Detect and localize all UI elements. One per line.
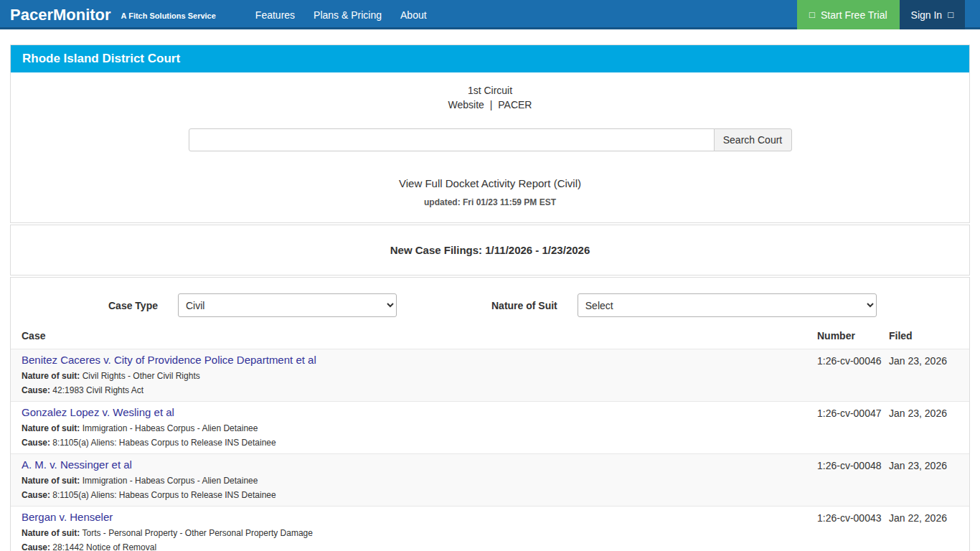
cause-meta-label: Cause:	[22, 438, 50, 448]
table-header: Case Number Filed	[11, 330, 969, 349]
case-title-link[interactable]: Gonzalez Lopez v. Wesling et al	[22, 406, 817, 419]
case-type-label: Case Type	[108, 300, 158, 311]
court-search-input[interactable]	[189, 128, 715, 151]
cause-meta-value: 28:1442 Notice of Removal	[52, 542, 156, 551]
nature-meta-label: Nature of suit:	[22, 476, 80, 486]
nav-link-plans-pricing[interactable]: Plans & Pricing	[314, 9, 382, 21]
nature-meta-value: Immigration - Habeas Corpus - Alien Deta…	[83, 423, 258, 433]
court-pacer-link[interactable]: PACER	[498, 99, 532, 110]
case-title-link[interactable]: Bergan v. Henseler	[22, 511, 817, 524]
nav-link-features[interactable]: Features	[255, 9, 295, 21]
case-title-link[interactable]: Benitez Caceres v. City of Providence Po…	[22, 354, 817, 367]
cause-meta-label: Cause:	[22, 385, 50, 395]
cause-meta-label: Cause:	[22, 490, 50, 500]
start-free-trial-button[interactable]: □ Start Free Trial	[797, 0, 899, 29]
updated-timestamp: updated: Fri 01/23 11:59 PM EST	[11, 197, 969, 207]
brand-tagline: A Fitch Solutions Service	[121, 11, 216, 20]
filings-range-heading: New Case Filings: 1/11/2026 - 1/23/2026	[11, 225, 969, 275]
column-header-case: Case	[22, 330, 817, 342]
nature-of-suit-line: Nature of suit: Immigration - Habeas Cor…	[22, 476, 817, 486]
table-row: A. M. v. Nessinger et al Nature of suit:…	[11, 453, 969, 506]
case-number: 1:26-cv-00043	[817, 511, 889, 551]
filed-date: Jan 23, 2026	[889, 458, 958, 500]
column-header-number: Number	[817, 330, 889, 342]
nature-of-suit-line: Nature of suit: Civil Rights - Other Civ…	[22, 371, 817, 381]
case-cell: Gonzalez Lopez v. Wesling et al Nature o…	[22, 406, 817, 448]
case-cell: Benitez Caceres v. City of Providence Po…	[22, 354, 817, 395]
nature-of-suit-select[interactable]: Select	[578, 293, 877, 317]
nav-links: Features Plans & Pricing About	[255, 0, 427, 29]
cause-meta-value: 8:1105(a) Aliens: Habeas Corpus to Relea…	[52, 438, 275, 448]
table-body: Benitez Caceres v. City of Providence Po…	[11, 349, 969, 551]
cases-panel: Case Type Civil Nature of Suit Select Ca…	[10, 277, 970, 551]
cause-line: Cause: 28:1442 Notice of Removal	[22, 542, 817, 551]
circuit-label: 1st Circuit	[11, 85, 969, 96]
brand-logo[interactable]: PacerMonitor	[10, 6, 111, 24]
court-links: Website | PACER	[11, 99, 969, 110]
case-table: Case Number Filed Benitez Caceres v. Cit…	[11, 330, 969, 551]
cause-line: Cause: 8:1105(a) Aliens: Habeas Corpus t…	[22, 438, 817, 448]
court-search-form: Search Court	[11, 128, 969, 151]
court-panel: Rhode Island District Court 1st Circuit …	[10, 44, 970, 223]
trial-label: Start Free Trial	[821, 9, 887, 21]
case-number: 1:26-cv-00048	[817, 458, 889, 500]
case-number: 1:26-cv-00046	[817, 354, 889, 395]
cause-line: Cause: 8:1105(a) Aliens: Habeas Corpus t…	[22, 490, 817, 500]
table-row: Bergan v. Henseler Nature of suit: Torts…	[11, 506, 969, 551]
nature-meta-value: Immigration - Habeas Corpus - Alien Deta…	[83, 476, 258, 486]
nature-meta-label: Nature of suit:	[22, 423, 80, 433]
filed-date: Jan 23, 2026	[889, 406, 958, 448]
cause-meta-label: Cause:	[22, 542, 50, 551]
case-number: 1:26-cv-00047	[817, 406, 889, 448]
filings-range-panel: New Case Filings: 1/11/2026 - 1/23/2026	[10, 225, 970, 276]
court-website-link[interactable]: Website	[448, 99, 484, 110]
nav-link-about[interactable]: About	[400, 9, 427, 21]
nature-meta-label: Nature of suit:	[22, 371, 80, 381]
table-row: Benitez Caceres v. City of Providence Po…	[11, 349, 969, 401]
signin-label: Sign In	[911, 9, 943, 21]
docket-activity-report-link[interactable]: View Full Docket Activity Report (Civil)	[11, 177, 969, 189]
link-separator: |	[490, 99, 493, 110]
trial-glyph-icon: □	[809, 9, 815, 20]
nature-meta-value: Civil Rights - Other Civil Rights	[83, 371, 200, 381]
nature-of-suit-line: Nature of suit: Torts - Personal Propert…	[22, 528, 817, 538]
cause-meta-value: 8:1105(a) Aliens: Habeas Corpus to Relea…	[52, 490, 275, 500]
nature-meta-label: Nature of suit:	[22, 528, 80, 538]
sign-in-button[interactable]: Sign In □	[900, 0, 965, 29]
filed-date: Jan 23, 2026	[889, 354, 958, 395]
top-navbar: PacerMonitor A Fitch Solutions Service F…	[0, 0, 980, 29]
column-header-filed: Filed	[889, 330, 958, 342]
cause-line: Cause: 42:1983 Civil Rights Act	[22, 385, 817, 395]
table-row: Gonzalez Lopez v. Wesling et al Nature o…	[11, 401, 969, 453]
court-title: Rhode Island District Court	[11, 45, 969, 72]
cause-meta-value: 42:1983 Civil Rights Act	[52, 385, 143, 395]
search-court-button[interactable]: Search Court	[714, 128, 792, 151]
case-title-link[interactable]: A. M. v. Nessinger et al	[22, 458, 817, 471]
case-cell: Bergan v. Henseler Nature of suit: Torts…	[22, 511, 817, 551]
case-type-select[interactable]: Civil	[178, 293, 397, 317]
signin-caret-icon: □	[948, 9, 953, 20]
filter-row: Case Type Civil Nature of Suit Select	[11, 278, 969, 317]
nature-meta-value: Torts - Personal Property - Other Person…	[82, 528, 312, 538]
case-cell: A. M. v. Nessinger et al Nature of suit:…	[22, 458, 817, 500]
nature-of-suit-label: Nature of Suit	[491, 300, 557, 311]
nature-of-suit-line: Nature of suit: Immigration - Habeas Cor…	[22, 423, 817, 433]
navbar-spacer	[427, 0, 797, 29]
filed-date: Jan 22, 2026	[889, 511, 958, 551]
